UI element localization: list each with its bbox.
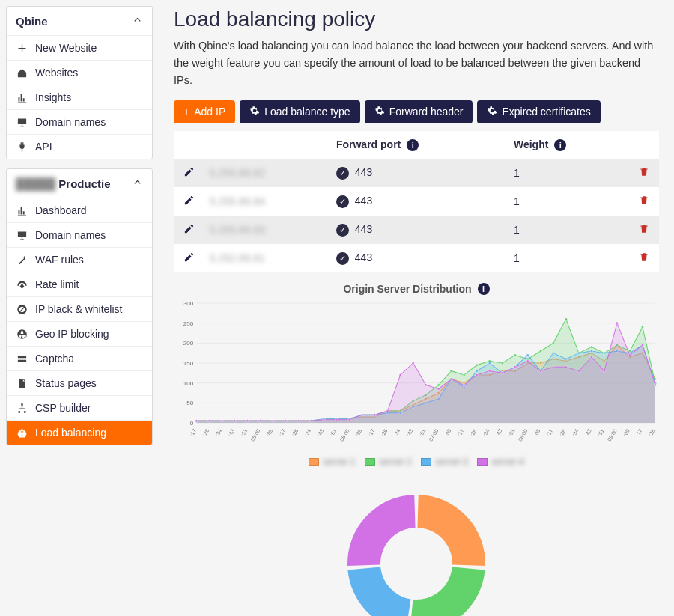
svg-text::43: :43 [584, 428, 592, 437]
svg-point-156 [590, 350, 592, 352]
sidebar-item-dashboard[interactable]: Dashboard [7, 198, 152, 222]
legend-item[interactable]: server-1 [309, 457, 356, 467]
trash-icon[interactable] [639, 168, 649, 180]
info-icon[interactable]: i [407, 139, 419, 151]
sidebar-group-header[interactable]: █████ Productie [7, 169, 152, 198]
svg-point-187 [514, 366, 516, 368]
expired-certificates-button[interactable]: Expired certificates [477, 100, 600, 123]
weight-value: 1 [508, 216, 629, 244]
svg-text::34: :34 [303, 428, 312, 437]
svg-point-192 [577, 370, 580, 372]
check-icon: ✓ [336, 195, 349, 208]
load-balance-type-button[interactable]: Load balance type [240, 100, 359, 123]
sidebar-item-label: Status pages [35, 377, 97, 389]
svg-point-168 [272, 420, 274, 422]
legend-item[interactable]: server-3 [421, 457, 468, 467]
sidebar-item-domain-names[interactable]: Domain names [7, 109, 152, 134]
sidebar-item-new-website[interactable]: New Website [7, 35, 152, 60]
svg-text::26: :26 [201, 428, 210, 437]
legend-label: server-4 [491, 457, 524, 467]
svg-point-198 [654, 384, 656, 386]
svg-point-184 [476, 373, 478, 376]
svg-point-123 [641, 326, 643, 328]
svg-point-113 [514, 354, 516, 356]
sidebar-group-qbine: Qbine New WebsiteWebsitesInsightsDomain … [6, 6, 153, 159]
add-ip-label: Add IP [194, 106, 225, 118]
svg-text::34: :34 [392, 428, 401, 437]
ip-address: 5.255.89.82 [210, 167, 265, 179]
sidebar-item-waf-rules[interactable]: WAF rules [7, 247, 152, 272]
trash-icon[interactable] [639, 253, 649, 265]
sidebar-item-insights[interactable]: Insights [7, 85, 152, 109]
svg-point-193 [590, 356, 592, 358]
forward-port: ✓ 443 [330, 244, 508, 272]
trash-icon[interactable] [639, 225, 649, 237]
svg-point-188 [526, 360, 529, 362]
monitor-icon [16, 229, 28, 241]
legend-label: server-3 [435, 457, 468, 467]
forward-header-label: Forward header [389, 106, 464, 118]
table-row: 5.255.89.84✓ 4431 [174, 187, 659, 216]
svg-point-172 [323, 418, 325, 421]
svg-text::43: :43 [495, 428, 503, 437]
gear-icon [487, 106, 497, 118]
svg-point-180 [425, 384, 427, 386]
svg-text:50: 50 [186, 400, 194, 406]
svg-point-165 [234, 420, 236, 422]
check-icon: ✓ [336, 167, 349, 180]
donut-chart [330, 478, 503, 616]
doc-icon [16, 377, 28, 389]
chevron-up-icon [132, 177, 143, 190]
svg-point-175 [361, 414, 363, 416]
svg-text:100: 100 [183, 380, 194, 387]
monitor-icon [16, 116, 28, 128]
add-ip-button[interactable]: + Add IP [174, 100, 235, 123]
ip-address: 5.255.89.84 [210, 195, 265, 207]
forward-port: ✓ 443 [330, 159, 508, 187]
wand-icon [16, 254, 28, 266]
forward-port: ✓ 443 [330, 216, 508, 244]
sidebar-item-domain-names[interactable]: Domain names [7, 222, 152, 247]
forward-header-button[interactable]: Forward header [365, 100, 473, 123]
svg-point-112 [501, 362, 503, 364]
info-icon[interactable]: i [478, 283, 490, 295]
sidebar-item-status-pages[interactable]: Status pages [7, 370, 152, 395]
svg-point-163 [208, 420, 210, 422]
svg-point-169 [285, 420, 287, 422]
svg-point-186 [501, 372, 503, 374]
plug-icon [16, 141, 28, 153]
svg-text::34: :34 [482, 428, 491, 437]
sidebar-item-label: CSP builder [35, 402, 91, 414]
edit-icon[interactable] [183, 253, 195, 265]
sidebar-item-captcha[interactable]: Captcha [7, 346, 152, 370]
svg-text::17: :17 [546, 428, 554, 437]
plus-icon [16, 42, 28, 54]
edit-icon[interactable] [183, 168, 195, 180]
sidebar-item-csp-builder[interactable]: CSP builder [7, 395, 152, 420]
edit-icon[interactable] [183, 225, 195, 237]
sidebar-group-header[interactable]: Qbine [7, 7, 152, 35]
sidebar-item-rate-limit[interactable]: Rate limit [7, 272, 152, 296]
svg-text::17: :17 [278, 428, 286, 437]
distribution-chart-title: Origin Server Distribution i [174, 283, 659, 295]
svg-text::26: :26 [648, 428, 656, 437]
edit-icon[interactable] [183, 196, 195, 208]
trash-icon[interactable] [639, 196, 649, 208]
sidebar-item-geo-ip-blocking[interactable]: Geo IP blocking [7, 321, 152, 346]
legend-item[interactable]: server-4 [477, 457, 524, 467]
table-header-blank [174, 131, 204, 159]
sidebar-item-api[interactable]: API [7, 134, 152, 159]
globe-icon [16, 328, 28, 340]
svg-text::51: :51 [508, 428, 516, 437]
sidebar-item-load-balancing[interactable]: Load balancing [7, 420, 152, 445]
legend-item[interactable]: server-2 [365, 457, 412, 467]
svg-text::26: :26 [380, 428, 388, 437]
sidebar-group-title: Qbine [16, 15, 48, 28]
svg-text:0: 0 [190, 420, 194, 427]
info-icon[interactable]: i [554, 139, 566, 151]
sidebar-item-ip-black-whitelist[interactable]: IP black & whitelist [7, 296, 152, 321]
svg-text:300: 300 [183, 300, 194, 307]
sidebar-item-websites[interactable]: Websites [7, 60, 152, 85]
ip-address: 5.255.89.83 [210, 224, 265, 236]
sidebar-group-body: New WebsiteWebsitesInsightsDomain namesA… [7, 35, 152, 159]
